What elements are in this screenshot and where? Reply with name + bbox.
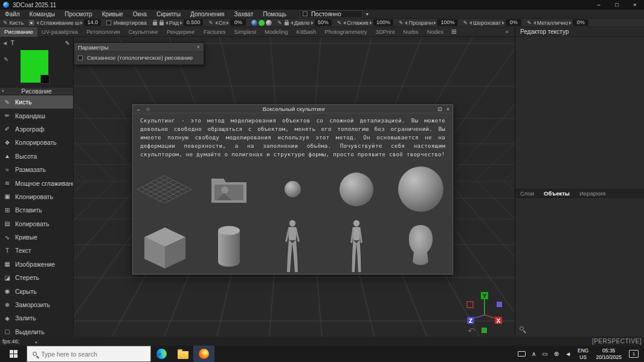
tool-pencil[interactable]: ✏Карандаш bbox=[0, 109, 73, 122]
smoothing-control[interactable]: Сглаживание ш 14.0 bbox=[29, 19, 101, 26]
maximize-button[interactable]: □ bbox=[608, 0, 626, 10]
color-channel-icon[interactable] bbox=[259, 20, 265, 26]
tab-layers[interactable]: Слои bbox=[515, 190, 539, 197]
decrease-icon[interactable] bbox=[291, 21, 293, 25]
thumb-figure-1[interactable] bbox=[280, 219, 305, 275]
dialog-header[interactable]: ← ☆ Воксельный скульптинг ⊡ × bbox=[133, 105, 452, 113]
opacity-control[interactable]: ✎ Прозрачн 100% bbox=[399, 19, 458, 26]
tool-hide[interactable]: ◉Скрыть bbox=[0, 284, 73, 297]
menu-help[interactable]: Помощь bbox=[258, 10, 291, 19]
tab-retopo[interactable]: Ретопология bbox=[82, 27, 124, 37]
thumb-figure-2[interactable] bbox=[344, 219, 369, 275]
radius-value[interactable]: 0.500 bbox=[184, 19, 204, 26]
menu-view[interactable]: Просмотр bbox=[60, 10, 97, 19]
add-tab-icon[interactable]: ⊞ bbox=[448, 28, 460, 35]
gloss-channel-icon[interactable] bbox=[266, 20, 272, 26]
notification-icon[interactable]: 1 bbox=[629, 350, 639, 358]
thumb-sphere-large[interactable] bbox=[398, 167, 443, 212]
menu-commands[interactable]: Команды bbox=[25, 10, 60, 19]
thumb-sphere-small[interactable] bbox=[285, 181, 301, 197]
metallic-control[interactable]: ✎ Металлично 0% bbox=[527, 19, 588, 26]
pen-pressure-icon[interactable]: ✎ bbox=[208, 20, 213, 26]
increase-icon[interactable] bbox=[569, 21, 572, 25]
persistent-dropdown-icon[interactable]: ▾ bbox=[362, 11, 372, 17]
taskbar-search[interactable] bbox=[27, 346, 151, 362]
smoothing-value[interactable]: 14.0 bbox=[84, 19, 101, 26]
tab-paint[interactable]: Рисование bbox=[0, 27, 37, 37]
tool-brush[interactable]: ✎Кисть bbox=[0, 95, 73, 109]
menu-curves[interactable]: Кривые bbox=[97, 10, 128, 19]
back-icon[interactable]: ← bbox=[136, 106, 141, 112]
caret-down-icon[interactable]: ▾ bbox=[35, 340, 37, 345]
increase-icon[interactable] bbox=[434, 21, 436, 25]
search-input[interactable] bbox=[41, 351, 138, 358]
pen-icon[interactable]: ✎ bbox=[463, 20, 468, 26]
invert-control[interactable]: Инвертирова bbox=[106, 20, 147, 26]
section-collapse-icon[interactable]: ▾ bbox=[2, 89, 4, 94]
smooth-value[interactable]: 100% bbox=[373, 19, 393, 26]
panel-close-icon[interactable]: × bbox=[500, 29, 515, 35]
tool-section-header[interactable]: ▾ Рисование bbox=[0, 87, 73, 95]
tab-nodes[interactable]: Nodes bbox=[423, 27, 448, 37]
increase-icon[interactable] bbox=[180, 21, 182, 25]
lock-icon[interactable] bbox=[285, 22, 289, 25]
pen-icon[interactable]: ✎ bbox=[399, 20, 404, 26]
persistent-toggle[interactable]: Постоянно bbox=[300, 10, 362, 18]
menu-windows[interactable]: Окна bbox=[128, 10, 152, 19]
tab-modeling[interactable]: Modeling bbox=[260, 27, 292, 37]
increase-icon[interactable] bbox=[227, 21, 229, 25]
increase-icon[interactable] bbox=[80, 21, 83, 25]
increase-icon[interactable] bbox=[370, 21, 372, 25]
smooth-control[interactable]: ✎ Сглажив 100% bbox=[337, 19, 393, 26]
decrease-icon[interactable] bbox=[36, 21, 39, 25]
opacity-value[interactable]: 100% bbox=[437, 19, 457, 26]
decrease-icon[interactable] bbox=[215, 21, 217, 25]
tool-smudge[interactable]: ≈Размазать bbox=[0, 163, 73, 176]
close-button[interactable]: × bbox=[626, 0, 644, 10]
specular-control[interactable]: ✎ Сп 0% bbox=[208, 19, 246, 26]
minimize-button[interactable]: – bbox=[590, 0, 608, 10]
thumb-cube[interactable] bbox=[140, 224, 190, 270]
secondary-color-swatch[interactable] bbox=[40, 75, 50, 84]
thumb-sphere-medium[interactable] bbox=[340, 173, 373, 206]
menu-addons[interactable]: Дополнения bbox=[185, 10, 230, 19]
lock-icon[interactable] bbox=[153, 22, 157, 25]
chevron-up-icon[interactable]: ∧ bbox=[529, 351, 539, 357]
tool-image[interactable]: ▦Изображение bbox=[0, 258, 73, 271]
tool-freeze[interactable]: ❄Заморозить bbox=[0, 298, 73, 311]
roughness-value[interactable]: 0% bbox=[506, 19, 521, 26]
menu-scripts[interactable]: Скрипты bbox=[152, 10, 185, 19]
favorite-star-icon[interactable]: ☆ bbox=[146, 106, 150, 112]
metallic-value[interactable]: 0% bbox=[573, 19, 588, 26]
increase-icon[interactable] bbox=[502, 21, 504, 25]
thumb-cylinder[interactable] bbox=[211, 223, 246, 270]
text-tool-shortcut[interactable]: T bbox=[10, 39, 14, 46]
volume-icon[interactable]: ◄ bbox=[562, 351, 574, 357]
tool-height[interactable]: ▲Высота bbox=[0, 150, 73, 163]
tab-render[interactable]: Рендеринг bbox=[163, 27, 199, 37]
decrease-icon[interactable] bbox=[343, 21, 346, 25]
close-icon[interactable]: × bbox=[197, 44, 200, 50]
parameters-header[interactable]: Параметры × bbox=[74, 43, 204, 52]
tab-sculpt[interactable]: Скульптинг bbox=[124, 27, 163, 37]
tab-factures[interactable]: Factures bbox=[199, 27, 230, 37]
tab-simplest[interactable]: Simplest bbox=[230, 27, 260, 37]
taskbar-app-edge[interactable] bbox=[151, 346, 172, 362]
topological-paint-option[interactable]: Связанное (топологическое) рисование bbox=[74, 52, 204, 63]
tool-fill[interactable]: ◈Залить bbox=[0, 311, 73, 325]
tab-objects[interactable]: Объекты bbox=[539, 190, 575, 197]
pressure-control[interactable]: ✎ Давле 50% bbox=[277, 19, 332, 26]
clock[interactable]: 05:35 20/10/2025 bbox=[592, 348, 625, 360]
radius-control[interactable]: Рад 0.500 bbox=[152, 19, 204, 26]
tool-curves[interactable]: ∿Кривые bbox=[0, 230, 73, 244]
tool-paste[interactable]: ⊞Вставить bbox=[0, 203, 73, 217]
tab-uv[interactable]: UV-развёртка bbox=[37, 27, 82, 37]
dock-icon[interactable]: ⊡ bbox=[437, 106, 442, 112]
pen-icon[interactable]: ✎ bbox=[337, 20, 342, 26]
tool-power-smoothing[interactable]: ≋Мощное сглаживание bbox=[0, 176, 73, 189]
lock-icon[interactable] bbox=[159, 22, 164, 25]
decrease-icon[interactable] bbox=[469, 21, 472, 25]
roughness-control[interactable]: ✎ Шероховат 0% bbox=[463, 19, 522, 26]
thumb-folder[interactable] bbox=[210, 174, 248, 205]
thumb-wireframe-plane[interactable] bbox=[136, 173, 194, 206]
